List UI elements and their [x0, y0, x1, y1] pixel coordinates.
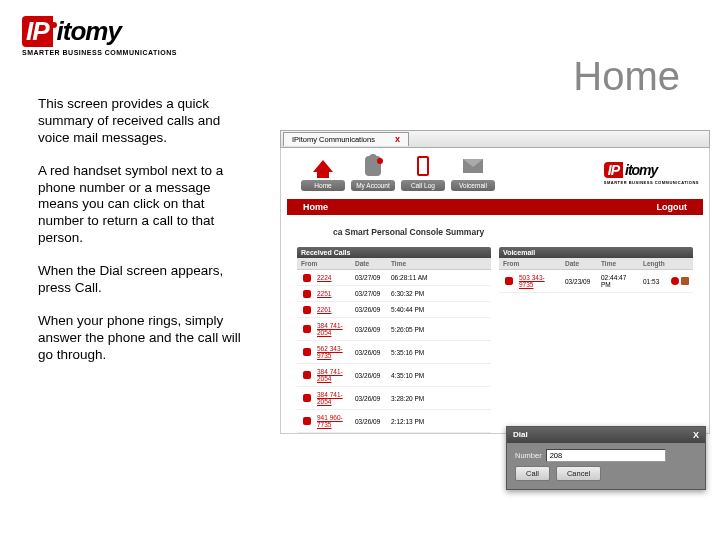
nav-label: My Account	[351, 180, 395, 191]
cell-time: 2:12:13 PM	[387, 416, 491, 427]
cell-from[interactable]: 384 741-2054	[297, 318, 351, 340]
paragraph: This screen provides a quick summary of …	[38, 96, 248, 147]
paragraph: A red handset symbol next to a phone num…	[38, 163, 248, 247]
handset-icon	[303, 348, 311, 356]
summary-title: ca Smart Personal Console Summary	[333, 227, 693, 237]
table-row: 225103/27/096:30:32 PM	[297, 286, 491, 302]
close-icon[interactable]: x	[395, 135, 400, 144]
cell-from[interactable]: 562 343-9735	[297, 341, 351, 363]
close-icon[interactable]: X	[693, 430, 699, 440]
table-row: 384 741-205403/26/093:28:20 PM	[297, 387, 491, 410]
handset-icon	[303, 290, 311, 298]
browser-tab[interactable]: IPitomy Communications x	[283, 132, 409, 146]
logout-link[interactable]: Logout	[657, 202, 688, 212]
paragraph: When the Dial screen appears, press Call…	[38, 263, 248, 297]
cell-date: 03/27/09	[351, 272, 387, 283]
cell-from[interactable]: 2251	[297, 286, 351, 301]
cell-time: 02:44:47 PM	[597, 272, 639, 290]
home-icon	[313, 160, 333, 172]
app-frame: Home My Account Call Log Voicemail IPito…	[280, 148, 710, 434]
delete-icon[interactable]	[681, 277, 689, 285]
col-actions	[665, 258, 693, 269]
cell-date: 03/26/09	[351, 393, 387, 404]
col-date: Date	[561, 258, 597, 269]
main-nav: Home My Account Call Log Voicemail IPito…	[281, 148, 709, 195]
page-title: Home	[573, 54, 680, 99]
nav-label: Voicemail	[451, 180, 495, 191]
table-header-row: From Date Time	[297, 258, 491, 270]
logo-itomy: itomy	[55, 16, 121, 47]
handset-icon	[303, 325, 311, 333]
ipitomy-logo: IPitomy SMARTER BUSINESS COMMUNICATIONS	[22, 16, 177, 56]
cell-time: 06:28:11 AM	[387, 272, 491, 283]
logo-ip: IP	[22, 16, 53, 47]
cell-time: 5:26:05 PM	[387, 324, 491, 335]
logo-small: IPitomy SMARTER BUSINESS COMMUNICATIONS	[604, 162, 699, 185]
handset-icon	[303, 417, 311, 425]
paragraph: When your phone rings, simply answer the…	[38, 313, 248, 364]
handset-icon	[303, 371, 311, 379]
cell-date: 03/27/09	[351, 288, 387, 299]
col-time: Time	[387, 258, 491, 269]
cell-from[interactable]: 384 741-2054	[297, 387, 351, 409]
cell-date: 03/26/09	[351, 347, 387, 358]
handset-icon	[303, 274, 311, 282]
dial-titlebar: Dial X	[507, 427, 705, 443]
nav-voicemail[interactable]: Voicemail	[451, 154, 495, 191]
nav-my-account[interactable]: My Account	[351, 154, 395, 191]
table-row: 562 343-973503/26/095:35:16 PM	[297, 341, 491, 364]
table-row: 503 343-973503/23/0902:44:47 PM01:53	[499, 270, 693, 293]
nav-label: Call Log	[401, 180, 445, 191]
table-row: 941 960-773503/26/092:12:13 PM	[297, 410, 491, 433]
col-from: From	[499, 258, 561, 269]
col-length: Length	[639, 258, 665, 269]
cell-length: 01:53	[639, 276, 665, 287]
dial-popup: Dial X Number 208 Call Cancel	[506, 426, 706, 490]
cell-time: 5:40:44 PM	[387, 304, 491, 315]
voicemail-table: Voicemail From Date Time Length 503 343-…	[499, 247, 693, 433]
call-log-icon	[417, 156, 429, 176]
voicemail-icon	[463, 159, 483, 173]
app-screenshot: IPitomy Communications x Home My Account…	[280, 130, 710, 500]
cell-from[interactable]: 941 960-7735	[297, 410, 351, 432]
col-date: Date	[351, 258, 387, 269]
cell-date: 03/26/09	[351, 324, 387, 335]
col-time: Time	[597, 258, 639, 269]
cell-from[interactable]: 2261	[297, 302, 351, 317]
cell-time: 3:28:20 PM	[387, 393, 491, 404]
cell-date: 03/26/09	[351, 416, 387, 427]
nav-home[interactable]: Home	[301, 154, 345, 191]
received-calls-table: Received Calls From Date Time 222403/27/…	[297, 247, 491, 433]
cancel-button[interactable]: Cancel	[556, 466, 601, 481]
body-text: This screen provides a quick summary of …	[38, 96, 248, 379]
cell-date: 03/23/09	[561, 276, 597, 287]
cell-time: 5:35:16 PM	[387, 347, 491, 358]
cell-time: 6:30:32 PM	[387, 288, 491, 299]
account-icon	[365, 156, 381, 176]
table-title: Received Calls	[297, 247, 491, 258]
table-row: 226103/26/095:40:44 PM	[297, 302, 491, 318]
cell-date: 03/26/09	[351, 370, 387, 381]
col-from: From	[297, 258, 351, 269]
browser-tabbar: IPitomy Communications x	[280, 130, 710, 148]
handset-icon	[505, 277, 513, 285]
table-row: 384 741-205403/26/095:26:05 PM	[297, 318, 491, 341]
nav-call-log[interactable]: Call Log	[401, 154, 445, 191]
section-bar: Home Logout	[287, 199, 703, 215]
table-row: 384 741-205403/26/094:35:10 PM	[297, 364, 491, 387]
tab-label: IPitomy Communications	[292, 135, 375, 144]
handset-icon	[303, 394, 311, 402]
dial-title-text: Dial	[513, 430, 528, 440]
play-icon[interactable]	[671, 277, 679, 285]
cell-from[interactable]: 2224	[297, 270, 351, 285]
handset-icon	[303, 306, 311, 314]
call-button[interactable]: Call	[515, 466, 550, 481]
cell-from[interactable]: 384 741-2054	[297, 364, 351, 386]
cell-from[interactable]: 503 343-9735	[499, 270, 561, 292]
table-header-row: From Date Time Length	[499, 258, 693, 270]
number-input[interactable]: 208	[546, 449, 666, 462]
nav-label: Home	[301, 180, 345, 191]
cell-date: 03/26/09	[351, 304, 387, 315]
table-row: 222403/27/0906:28:11 AM	[297, 270, 491, 286]
section-title: Home	[303, 202, 328, 212]
